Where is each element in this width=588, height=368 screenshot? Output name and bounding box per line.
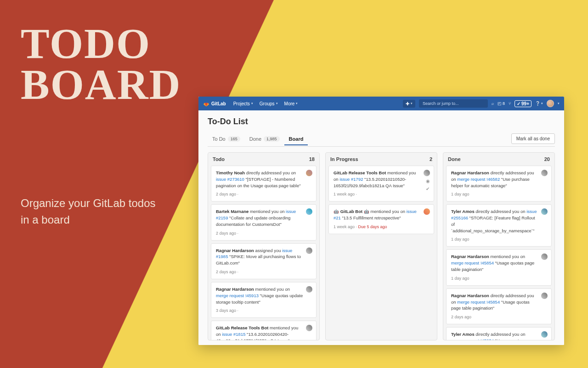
card[interactable]: Ragnar Hardarson directly addressed you … (446, 166, 552, 201)
card[interactable]: Ragnar Hardarson mentioned you on merge … (211, 282, 317, 318)
card-author: Ragnar Hardarson (216, 248, 255, 253)
nav-projects-label: Projects (233, 101, 250, 106)
card-author: Ragnar Hardarson (451, 254, 491, 259)
chevron-down-icon: ▾ (541, 102, 543, 105)
tab-done-count: 1,985 (264, 136, 280, 142)
tab-done[interactable]: Done 1,985 (245, 132, 284, 145)
column-title: Done (448, 156, 461, 162)
column-count: 20 (544, 156, 550, 162)
nav-groups[interactable]: Groups▾ (260, 101, 278, 106)
card-text: Ragnar Hardarson mentioned you on merge … (216, 286, 311, 305)
hero-title-line2: BOARD (21, 64, 181, 105)
card-meta: 1 day ago (451, 191, 547, 197)
card[interactable]: Timothy Noah directly addressed you on i… (211, 166, 317, 201)
card[interactable]: Ragnar Hardarson directly addressed you … (446, 288, 552, 324)
card-action: directly addressed you on (246, 170, 296, 175)
help-icon[interactable]: ❔▾ (535, 101, 543, 106)
card-avatar[interactable] (541, 170, 548, 176)
column-body[interactable]: Timothy Noah directly addressed you on i… (208, 166, 319, 340)
search-input[interactable] (419, 99, 488, 108)
card-action: directly addressed you on (475, 332, 525, 337)
column-title: In Progress (330, 156, 358, 162)
nav-right: ✚▾ ⌕ ◰8 ⑂ ✓99+ ❔▾ ▾ (403, 99, 560, 108)
card-link[interactable]: merge request !45854 (451, 260, 494, 265)
card-text: Tyler Amos directly addressed you on iss… (451, 208, 547, 234)
nav-more[interactable]: More▾ (284, 101, 298, 106)
plus-button[interactable]: ✚▾ (403, 100, 415, 108)
card-avatar[interactable] (306, 286, 312, 293)
card-link[interactable]: issue #1815 (222, 332, 245, 337)
nav-groups-label: Groups (260, 101, 275, 106)
gitlab-logo-icon[interactable] (203, 100, 209, 107)
card[interactable]: Ragnar Hardarson assigned you issue #198… (211, 243, 317, 279)
card-avatar[interactable] (424, 170, 430, 176)
hero-sub-line1: Organize your GitLab todos (21, 195, 156, 212)
card[interactable]: GitLab Release Tools Bot mentioned you o… (211, 321, 317, 340)
card-text: Bartek Marnane mentioned you on issue #2… (216, 208, 311, 227)
column-body[interactable]: GitLab Release Tools Bot mentioned you o… (326, 166, 437, 340)
card-status-icons: ◉✔ (426, 178, 430, 192)
card-action: assigned you (255, 248, 283, 253)
column-body[interactable]: Ragnar Hardarson directly addressed you … (443, 166, 554, 340)
card-link[interactable]: merge request !45854 (451, 338, 494, 340)
column-count: 2 (430, 156, 432, 162)
nav-projects[interactable]: Projects▾ (233, 101, 253, 106)
card-title: "SPIKE: Move all purchasing flows to Git… (216, 254, 301, 265)
card-link[interactable]: issue #273610 (216, 177, 244, 182)
card-meta: 2 days ago (451, 314, 547, 320)
card-text: Timothy Noah directly addressed you on i… (216, 170, 311, 189)
card-author: Timothy Noah (216, 170, 246, 175)
tab-board[interactable]: Board (284, 132, 308, 145)
card[interactable]: Tyler Amos directly addressed you on mer… (446, 327, 552, 340)
card-text: Ragnar Hardarson directly addressed you … (451, 293, 547, 311)
card-meta: 1 week ago · Due 5 days ago (334, 224, 429, 230)
card-link[interactable]: merge request !45854 (457, 299, 500, 305)
card[interactable]: 🤖 GitLab Bot 🤖 mentioned you on issue #2… (328, 204, 434, 234)
card-text: GitLab Release Tools Bot mentioned you o… (216, 325, 311, 340)
user-avatar[interactable] (547, 100, 554, 107)
card[interactable]: Ragnar Hardarson mentioned you on merge … (446, 249, 552, 285)
card[interactable]: GitLab Release Tools Bot mentioned you o… (328, 166, 434, 201)
card[interactable]: Bartek Marnane mentioned you on issue #2… (211, 204, 317, 240)
card-author: Ragnar Hardarson (216, 287, 255, 292)
card-title: "13.5 Fulfillment retrospective" (341, 215, 401, 220)
card-text: Tyler Amos directly addressed you on mer… (451, 331, 547, 340)
search-icon[interactable]: ⌕ (492, 101, 494, 106)
card-text: Ragnar Hardarson assigned you issue #198… (216, 247, 311, 266)
brand-text[interactable]: GitLab (211, 101, 226, 106)
hero-subtitle: Organize your GitLab todos in a board (21, 195, 156, 228)
card-link[interactable]: merge request !46582 (457, 177, 500, 182)
card-avatar[interactable] (306, 170, 312, 176)
card[interactable]: Tyler Amos directly addressed you on iss… (446, 204, 552, 247)
screenshot-window: GitLab Projects▾ Groups▾ More▾ ✚▾ ⌕ ◰8 ⑂… (198, 97, 564, 345)
todos-chip[interactable]: ✓99+ (514, 100, 531, 107)
card-author: Bartek Marnane (216, 209, 250, 214)
issues-icon[interactable]: ◰8 (498, 101, 505, 106)
chevron-down-icon: ▾ (411, 102, 413, 105)
card-link[interactable]: merge request !45913 (216, 293, 259, 298)
card-link[interactable]: issue #1792 (339, 177, 363, 182)
card-author: Tyler Amos (451, 209, 475, 214)
eye-icon: ◉ (426, 178, 430, 184)
board: Todo18Timothy Noah directly addressed yo… (208, 152, 555, 340)
card-meta: 2 days ago · (216, 230, 311, 236)
card-action: directly addressed you on (475, 209, 526, 214)
column-header: In Progress2 (326, 153, 437, 166)
chevron-down-icon: ▾ (276, 102, 278, 105)
tab-row: To Do 165 Done 1,985 Board Mark all as d… (208, 131, 555, 147)
tab-board-label: Board (289, 136, 304, 142)
mark-all-done-button[interactable]: Mark all as done (511, 133, 555, 144)
card-avatar[interactable] (541, 293, 548, 299)
card-author: GitLab Release Tools Bot (334, 170, 387, 175)
card-meta: 3 days ago · (216, 308, 311, 314)
page-body: To-Do List To Do 165 Done 1,985 Board Ma… (198, 110, 564, 345)
tab-todo[interactable]: To Do 165 (208, 132, 245, 145)
card-avatar[interactable] (306, 247, 312, 254)
card-due: Due 5 days ago (358, 224, 387, 229)
chevron-down-icon: ▾ (558, 102, 560, 105)
card-author: GitLab Release Tools Bot (216, 325, 270, 330)
plus-icon: ✚ (406, 101, 409, 106)
merge-requests-icon[interactable]: ⑂ (509, 101, 511, 106)
chevron-down-icon: ▾ (251, 102, 253, 105)
card-meta: 2 days ago · (216, 191, 311, 197)
